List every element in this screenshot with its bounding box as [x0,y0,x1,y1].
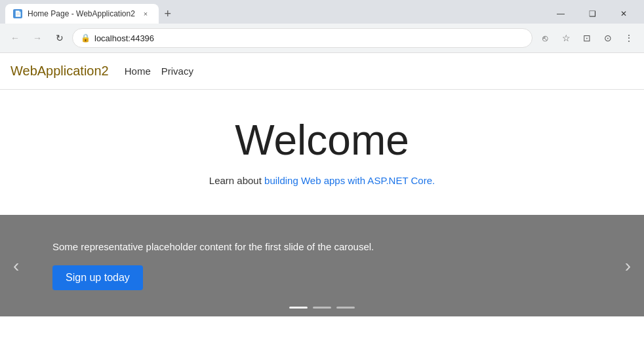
tab-close-button[interactable]: × [140,9,151,19]
browser-tab[interactable]: 📄 Home Page - WebApplication2 × [5,4,159,24]
signup-button[interactable]: Sign up today [52,265,143,290]
refresh-button[interactable]: ↻ [50,28,70,48]
bookmark-icon[interactable]: ☆ [556,28,576,48]
split-screen-icon[interactable]: ⊡ [577,28,597,48]
learn-text: Learn about building Web apps with ASP.N… [13,175,631,186]
tab-title: Home Page - WebApplication2 [28,9,135,18]
nav-links: Home Privacy [125,66,193,77]
new-tab-button[interactable]: + [159,5,177,23]
back-button[interactable]: ← [5,28,25,48]
forward-button[interactable]: → [28,28,47,48]
browser-chrome: 📄 Home Page - WebApplication2 × + — ❑ ✕ … [0,0,644,53]
carousel-indicator-3[interactable] [336,307,355,309]
share-icon[interactable]: ⎋ [535,28,555,48]
page-content: WebApplication2 Home Privacy Welcome Lea… [0,53,644,316]
site-brand[interactable]: WebApplication2 [10,64,109,79]
learn-link[interactable]: building Web apps with ASP.NET Core. [264,175,435,186]
minimize-button[interactable]: — [546,4,576,24]
carousel: ‹ Some representative placeholder conten… [0,215,644,316]
address-bar[interactable]: 🔒 localhost:44396 [72,28,533,48]
address-text: localhost:44396 [94,33,524,43]
carousel-next-button[interactable]: › [618,249,637,283]
carousel-indicator-2[interactable] [313,307,331,309]
site-nav: WebApplication2 Home Privacy [0,53,644,90]
window-controls: — ❑ ✕ [546,4,639,24]
lock-icon: 🔒 [81,33,91,43]
menu-icon[interactable]: ⋮ [619,28,639,48]
welcome-title: Welcome [13,116,631,164]
nav-home[interactable]: Home [125,66,151,77]
profile-icon[interactable]: ⊙ [598,28,618,48]
carousel-slide-text: Some representative placeholder content … [52,241,374,252]
toolbar-actions: ⎋ ☆ ⊡ ⊙ ⋮ [535,28,639,48]
tab-favicon: 📄 [13,9,22,18]
carousel-prev-button[interactable]: ‹ [7,249,26,283]
learn-prefix: Learn about [209,175,264,186]
nav-privacy[interactable]: Privacy [161,66,193,77]
close-button[interactable]: ✕ [609,4,639,24]
title-bar: 📄 Home Page - WebApplication2 × + — ❑ ✕ [0,0,644,24]
browser-toolbar: ← → ↻ 🔒 localhost:44396 ⎋ ☆ ⊡ ⊙ ⋮ [0,24,644,52]
main-content: Welcome Learn about building Web apps wi… [0,90,644,215]
maximize-button[interactable]: ❑ [577,4,607,24]
carousel-indicators [289,307,355,309]
carousel-indicator-1[interactable] [289,307,308,309]
